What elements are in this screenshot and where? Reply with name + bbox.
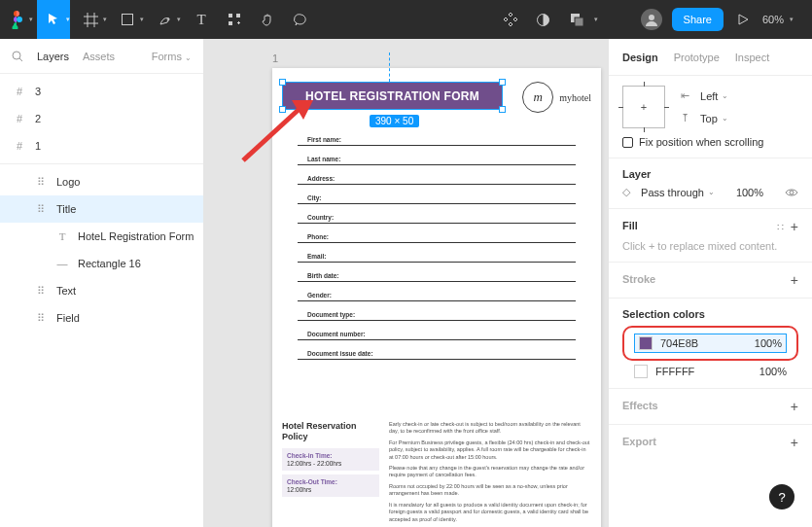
- avatar-icon: [645, 13, 658, 26]
- section-title: Fill: [622, 220, 638, 231]
- boolean-button[interactable]: [565, 0, 588, 39]
- layer-item[interactable]: THoteL Registration Form: [0, 223, 203, 250]
- page-item[interactable]: #2: [0, 105, 203, 132]
- share-button[interactable]: Share: [672, 8, 724, 31]
- v-constraint-dropdown[interactable]: ⤒ Top ⌄: [681, 112, 728, 124]
- field-label: Country:: [307, 214, 334, 221]
- svg-point-15: [649, 15, 654, 20]
- component-button[interactable]: [499, 0, 522, 39]
- eye-icon[interactable]: [785, 188, 798, 197]
- chevron-down-icon[interactable]: ▾: [594, 16, 598, 23]
- chevron-down-icon[interactable]: ▾: [66, 0, 70, 39]
- opacity-value[interactable]: 100%: [736, 187, 763, 198]
- chevron-down-icon[interactable]: ▾: [29, 16, 33, 23]
- field-label: Birth date:: [307, 272, 339, 279]
- frame-icon: [84, 13, 98, 27]
- hand-tool-button[interactable]: [251, 0, 284, 39]
- layer-item[interactable]: —Rectangle 16: [0, 250, 203, 277]
- brand-name: myhotel: [559, 92, 591, 103]
- resize-handle[interactable]: [279, 79, 286, 86]
- form-field: Email:: [298, 247, 576, 263]
- form-fields: First name:Last name:Address:City:Countr…: [298, 130, 576, 364]
- frame-icon: #: [12, 86, 27, 97]
- pages-dropdown[interactable]: Forms ⌄: [152, 51, 192, 62]
- checkout-box: Check-Out Time: 12:00hrs: [282, 474, 379, 497]
- logo-monogram-icon: m: [522, 82, 553, 113]
- tab-assets[interactable]: Assets: [83, 51, 115, 62]
- policy-paragraph: Please note that any change in the guest…: [389, 465, 591, 479]
- tab-layers[interactable]: Layers: [37, 51, 69, 62]
- pen-tool-button[interactable]: [148, 0, 181, 39]
- search-icon[interactable]: [12, 51, 23, 62]
- field-label: Phone:: [307, 233, 329, 240]
- svg-point-0: [17, 17, 22, 22]
- constraints-widget[interactable]: +: [622, 86, 665, 128]
- policy-paragraph: Rooms not occupied by 22:00 hours will b…: [389, 483, 591, 498]
- layer-item[interactable]: ⠿Text: [0, 277, 203, 304]
- resize-handle[interactable]: [279, 106, 286, 113]
- mask-button[interactable]: [532, 0, 555, 39]
- resize-handle[interactable]: [499, 106, 506, 113]
- tab-inspect[interactable]: Inspect: [735, 52, 769, 63]
- canvas[interactable]: 1 HOTEL REGISTRATION FORM m myhotel Firs…: [204, 39, 608, 527]
- layer-item-selected[interactable]: ⠿Title: [0, 195, 203, 223]
- text-tool-button[interactable]: T: [185, 0, 218, 39]
- components-icon: [503, 12, 518, 27]
- layers-tree: ⠿Logo ⠿Title THoteL Registration Form —R…: [0, 164, 203, 335]
- help-button[interactable]: ?: [769, 484, 794, 509]
- artboard[interactable]: HOTEL REGISTRATION FORM m myhotel First …: [272, 68, 601, 527]
- svg-point-20: [790, 191, 794, 194]
- add-stroke-button[interactable]: +: [791, 272, 798, 288]
- chevron-down-icon[interactable]: ▾: [103, 16, 107, 23]
- figma-logo-icon: [10, 10, 23, 29]
- h-constraint-dropdown[interactable]: ⇤ Left ⌄: [681, 89, 728, 102]
- zoom-level[interactable]: 60%: [762, 14, 784, 25]
- add-effect-button[interactable]: +: [791, 399, 798, 414]
- top-toolbar: ▾ ▾ ▾ ▾ ▾ T ▾ Sha: [0, 0, 812, 39]
- user-avatar[interactable]: [641, 9, 662, 30]
- present-button[interactable]: [733, 0, 753, 39]
- comment-tool-button[interactable]: [284, 0, 317, 39]
- resources-button[interactable]: [218, 0, 251, 39]
- shape-tool-button[interactable]: [111, 0, 144, 39]
- play-icon: [737, 14, 749, 25]
- field-label: Document type:: [307, 311, 355, 318]
- selection-color-item[interactable]: FFFFFF 100%: [622, 361, 798, 378]
- right-panel-tabs: Design Prototype Inspect: [609, 39, 812, 76]
- layer-item[interactable]: ⠿Field: [0, 304, 203, 332]
- cursor-icon: [47, 13, 60, 26]
- checkbox-icon: [622, 137, 633, 148]
- selection-color-item[interactable]: 704E8B 100%: [634, 334, 787, 353]
- chevron-down-icon[interactable]: ▾: [790, 16, 794, 23]
- blend-mode-dropdown[interactable]: ◇ Pass through ⌄: [622, 186, 715, 198]
- add-fill-button[interactable]: +: [791, 219, 798, 234]
- group-icon: ⠿: [33, 312, 49, 325]
- fix-position-toggle[interactable]: Fix position when scrolling: [622, 128, 798, 148]
- resize-handle[interactable]: [499, 79, 506, 86]
- page-item[interactable]: #3: [0, 78, 203, 105]
- color-opacity: 100%: [759, 366, 787, 377]
- figma-menu-button[interactable]: [0, 0, 33, 39]
- section-title: Effects: [622, 400, 658, 411]
- form-field: Country:: [298, 208, 576, 224]
- tab-design[interactable]: Design: [622, 52, 658, 63]
- styles-icon[interactable]: ∷: [777, 222, 782, 233]
- frame-tool-button[interactable]: [74, 0, 107, 39]
- color-opacity: 100%: [755, 337, 782, 349]
- chevron-down-icon[interactable]: ▾: [177, 16, 181, 23]
- tab-prototype[interactable]: Prototype: [674, 52, 720, 63]
- section-title: Layer: [622, 168, 798, 180]
- layer-item[interactable]: ⠿Logo: [0, 168, 203, 195]
- add-export-button[interactable]: +: [791, 435, 798, 450]
- frame-icon: #: [12, 140, 27, 152]
- chevron-down-icon[interactable]: ▾: [140, 16, 144, 23]
- export-section: Export +: [609, 425, 812, 460]
- page-item[interactable]: #1: [0, 132, 203, 159]
- group-icon: ⠿: [33, 203, 49, 216]
- frame-label[interactable]: 1: [272, 53, 278, 64]
- move-tool-button[interactable]: [37, 0, 70, 39]
- section-title: Export: [622, 436, 656, 447]
- rectangle-icon: [121, 13, 134, 26]
- svg-rect-9: [229, 21, 232, 25]
- annotation-highlight: 704E8B 100%: [622, 326, 798, 361]
